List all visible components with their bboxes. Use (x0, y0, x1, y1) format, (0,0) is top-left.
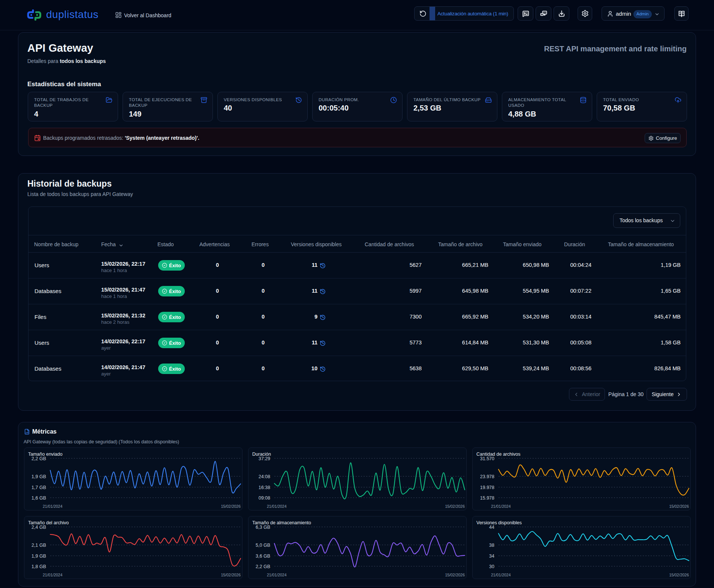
svg-text:21/01/2024: 21/01/2024 (491, 504, 511, 509)
svg-text:37:29: 37:29 (259, 456, 270, 461)
svg-text:15/02/2026: 15/02/2026 (445, 573, 465, 577)
svg-text:2,2 GB: 2,2 GB (31, 456, 46, 461)
svg-text:2,4 GB: 2,4 GB (31, 525, 46, 530)
svg-text:23.978: 23.978 (480, 474, 494, 479)
svg-text:5,0 GB: 5,0 GB (256, 543, 270, 548)
svg-text:15/02/2026: 15/02/2026 (221, 504, 241, 509)
svg-text:2,1 GB: 2,1 GB (31, 543, 46, 548)
svg-text:31.570: 31.570 (480, 456, 494, 461)
svg-text:21/01/2024: 21/01/2024 (43, 504, 63, 509)
svg-text:24:08: 24:08 (259, 474, 270, 479)
svg-text:21/01/2024: 21/01/2024 (491, 573, 511, 577)
svg-text:15/02/2026: 15/02/2026 (669, 573, 689, 577)
svg-text:44: 44 (489, 525, 494, 530)
svg-text:1,8 GB: 1,8 GB (31, 564, 46, 569)
svg-text:15/02/2026: 15/02/2026 (445, 504, 465, 509)
svg-text:3,6 GB: 3,6 GB (256, 554, 270, 559)
svg-text:15/02/2026: 15/02/2026 (669, 504, 689, 509)
svg-text:38: 38 (489, 543, 494, 548)
svg-text:1,6 GB: 1,6 GB (31, 495, 46, 501)
svg-text:1,9 GB: 1,9 GB (31, 554, 46, 559)
svg-text:19.978: 19.978 (480, 485, 494, 490)
svg-text:Versiones disponibles: Versiones disponibles (476, 520, 522, 525)
svg-text:21/01/2024: 21/01/2024 (43, 573, 63, 577)
svg-text:1,9 GB: 1,9 GB (31, 474, 46, 479)
svg-text:16:38: 16:38 (259, 485, 270, 490)
svg-text:21/01/2024: 21/01/2024 (267, 573, 287, 577)
svg-text:15.978: 15.978 (480, 495, 494, 501)
svg-text:30: 30 (489, 564, 494, 569)
svg-text:09:08: 09:08 (259, 495, 270, 501)
svg-text:34: 34 (489, 554, 494, 559)
svg-text:15/02/2026: 15/02/2026 (221, 573, 241, 577)
svg-text:1,7 GB: 1,7 GB (31, 485, 46, 490)
svg-text:6,3 GB: 6,3 GB (256, 525, 270, 530)
svg-text:21/01/2024: 21/01/2024 (267, 504, 287, 509)
svg-text:2,2 GB: 2,2 GB (256, 564, 270, 569)
